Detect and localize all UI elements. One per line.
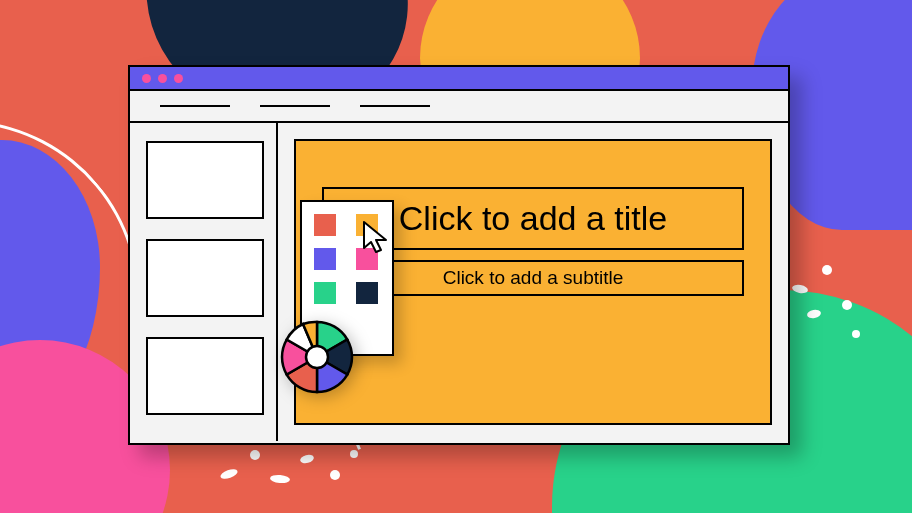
- slide-thumbnail[interactable]: [146, 239, 264, 317]
- color-swatch[interactable]: [356, 214, 378, 236]
- color-swatch[interactable]: [356, 248, 378, 270]
- window-control-icon[interactable]: [174, 74, 183, 83]
- slide-thumbnail[interactable]: [146, 337, 264, 415]
- bg-dots: [220, 440, 360, 500]
- color-wheel-icon[interactable]: [280, 320, 354, 394]
- slide-thumbnails-panel: [130, 123, 278, 441]
- color-swatch[interactable]: [314, 282, 336, 304]
- menu-item[interactable]: [160, 105, 230, 107]
- color-swatch[interactable]: [356, 282, 378, 304]
- menu-item[interactable]: [360, 105, 430, 107]
- menu-bar: [130, 91, 788, 123]
- color-swatch[interactable]: [314, 214, 336, 236]
- color-swatch[interactable]: [314, 248, 336, 270]
- slide-thumbnail[interactable]: [146, 141, 264, 219]
- menu-item[interactable]: [260, 105, 330, 107]
- window-control-icon[interactable]: [142, 74, 151, 83]
- app-window: Click to add a title Click to add a subt…: [128, 65, 790, 445]
- window-titlebar: [130, 67, 788, 91]
- window-control-icon[interactable]: [158, 74, 167, 83]
- svg-point-0: [306, 346, 328, 368]
